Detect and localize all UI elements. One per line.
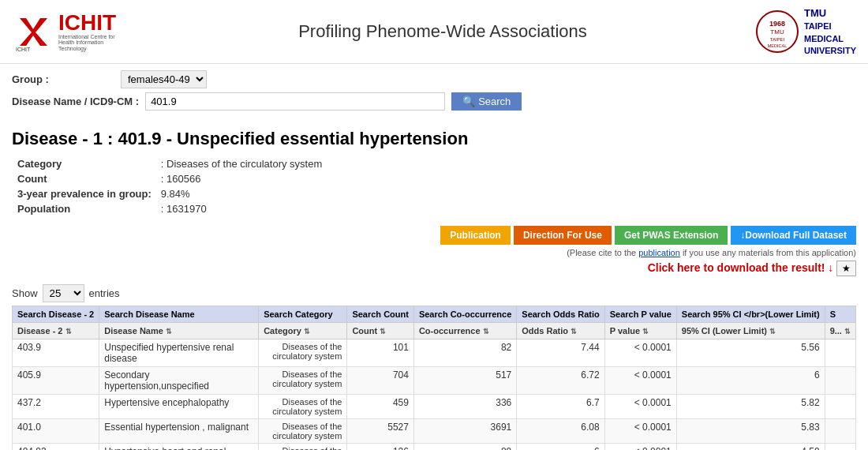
- cell-count: 5527: [347, 419, 414, 444]
- cell-cooccurrence: 517: [413, 367, 516, 395]
- cell-extra: [825, 419, 855, 444]
- action-bar: Publication Direction For Use Get PWAS E…: [0, 219, 868, 246]
- show-label: Show: [12, 287, 38, 299]
- search-cooccurrence-header[interactable]: Search Co-occurrence: [413, 306, 516, 323]
- data-table-wrapper: Search Disease - 2 Search Disease Name S…: [0, 306, 868, 450]
- entries-label: entries: [89, 287, 120, 299]
- cell-disease2: 437.2: [13, 395, 99, 419]
- category-label: Category: [13, 157, 155, 171]
- cell-cooccurrence: 3691: [413, 419, 516, 444]
- cell-pval: < 0.0001: [604, 444, 676, 450]
- svg-text:TMU: TMU: [770, 28, 784, 36]
- tmu-text: TMU TAIPEI MEDICAL UNIVERSITY: [804, 6, 856, 57]
- cell-category: Diseases of the circulatory system: [259, 444, 347, 450]
- get-pwas-button[interactable]: Get PWAS Extension: [615, 226, 728, 245]
- group-row: Group : females40-49 males40-49 females5…: [12, 70, 856, 88]
- cell-disease-name: Secondary hypertension,unspecified: [99, 367, 259, 395]
- prevalence-label: 3-year prevalence in group:: [13, 187, 155, 201]
- cell-pval: < 0.0001: [604, 367, 676, 395]
- cell-odds: 6.7: [517, 395, 604, 419]
- cell-disease2: 401.0: [13, 419, 99, 444]
- col-disease-name[interactable]: Disease Name ⇅: [99, 323, 259, 339]
- sort-icon-cat: ⇅: [304, 328, 310, 336]
- search-odds-header[interactable]: Search Odds Ratio: [517, 306, 604, 323]
- cell-count: 101: [347, 339, 414, 367]
- search-pval-header[interactable]: Search P value: [604, 306, 676, 323]
- sort-icon-name: ⇅: [166, 328, 172, 336]
- col-extra[interactable]: 9... ⇅: [825, 323, 855, 339]
- cite-text: (Please cite to the publication if you u…: [0, 246, 868, 259]
- cell-ci: 6: [676, 367, 825, 395]
- download-result-area: Click here to download the result! ↓ ★: [0, 259, 868, 278]
- cell-extra: [825, 444, 855, 450]
- cell-count: 136: [347, 444, 414, 450]
- download-button[interactable]: ↓Download Full Dataset: [731, 226, 856, 245]
- col-category[interactable]: Category ⇅: [259, 323, 347, 339]
- tmu-logo-area: 1968 TMU TAIPEI MEDICAL TMU TAIPEI MEDIC…: [756, 6, 856, 57]
- table-row: 403.9 Unspecified hypertensive renal dis…: [13, 339, 856, 367]
- cell-odds: 6.08: [517, 419, 604, 444]
- cell-disease2: 405.9: [13, 367, 99, 395]
- search-extra-header[interactable]: S: [825, 306, 855, 323]
- search-button[interactable]: 🔍 Search: [451, 92, 522, 111]
- search-ci-header[interactable]: Search 95% CI </br>(Lower Limit): [676, 306, 825, 323]
- cell-odds: 7.44: [517, 339, 604, 367]
- search-disease-name-header[interactable]: Search Disease Name: [99, 306, 259, 323]
- cell-ci: 4.59: [676, 444, 825, 450]
- group-select[interactable]: females40-49 males40-49 females50-59 mal…: [121, 70, 207, 88]
- table-row: 404.93 Hypertensive heart and renal dise…: [13, 444, 856, 450]
- cell-ci: 5.82: [676, 395, 825, 419]
- table-row: 437.2 Hypertensive encephalopathy Diseas…: [13, 395, 856, 419]
- population-label: Population: [13, 202, 155, 216]
- direction-button[interactable]: Direction For Use: [514, 226, 612, 245]
- search-button-label: Search: [478, 96, 511, 107]
- logo-subtitle: International Centre for Health Informat…: [58, 34, 129, 52]
- cell-disease-name: Unspecified hypertensive renal disease: [99, 339, 259, 367]
- star-button[interactable]: ★: [836, 261, 856, 276]
- cell-pval: < 0.0001: [604, 419, 676, 444]
- page-title: Profiling Phenome-Wide Associations: [298, 21, 587, 42]
- sort-icon-co: ⇅: [483, 328, 489, 336]
- disease-search-input[interactable]: [145, 92, 445, 111]
- results-table: Search Disease - 2 Search Disease Name S…: [12, 306, 856, 450]
- search-disease2-header[interactable]: Search Disease - 2: [13, 306, 99, 323]
- sort-icon-extra: ⇅: [844, 328, 851, 336]
- cell-category: Diseases of the circulatory system: [259, 367, 347, 395]
- col-ci[interactable]: 95% CI (Lower Limit) ⇅: [676, 323, 825, 339]
- download-result-link[interactable]: Click here to download the result! ↓: [648, 261, 834, 274]
- cell-disease-name: Hypertensive heart and renal disease , u…: [99, 444, 259, 450]
- col-cooccurrence[interactable]: Co-occurrence ⇅: [413, 323, 516, 339]
- ichit-logo-icon: ICHIT: [12, 10, 55, 54]
- entries-select[interactable]: 10 25 50 100: [43, 284, 84, 302]
- sort-icon-pval: ⇅: [642, 328, 649, 336]
- sort-icon-count: ⇅: [380, 328, 386, 336]
- col-pval[interactable]: P value ⇅: [604, 323, 676, 339]
- table-row: 405.9 Secondary hypertension,unspecified…: [13, 367, 856, 395]
- disease-heading: Disease - 1 : 401.9 - Unspecified essent…: [12, 129, 856, 149]
- search-count-header[interactable]: Search Count: [347, 306, 414, 323]
- search-header-row: Search Disease - 2 Search Disease Name S…: [13, 306, 856, 323]
- population-value: : 1631970: [157, 202, 326, 216]
- col-disease2[interactable]: Disease - 2 ⇅: [13, 323, 99, 339]
- cell-cooccurrence: 336: [413, 395, 516, 419]
- col-count[interactable]: Count ⇅: [347, 323, 414, 339]
- cell-disease2: 404.93: [13, 444, 99, 450]
- cell-count: 459: [347, 395, 414, 419]
- search-category-header[interactable]: Search Category: [259, 306, 347, 323]
- cell-extra: [825, 367, 855, 395]
- cell-disease-name: Hypertensive encephalopathy: [99, 395, 259, 419]
- cell-category: Diseases of the circulatory system: [259, 339, 347, 367]
- count-value: : 160566: [157, 172, 326, 186]
- cell-category: Diseases of the circulatory system: [259, 395, 347, 419]
- col-odds[interactable]: Odds Ratio ⇅: [517, 323, 604, 339]
- sub-header-row: Disease - 2 ⇅ Disease Name ⇅ Category ⇅ …: [13, 323, 856, 339]
- cell-pval: < 0.0001: [604, 395, 676, 419]
- publication-button[interactable]: Publication: [440, 226, 511, 245]
- publication-link[interactable]: publication: [638, 248, 680, 257]
- sort-icon-ci: ⇅: [769, 328, 776, 336]
- cell-category: Diseases of the circulatory system: [259, 419, 347, 444]
- table-body: 403.9 Unspecified hypertensive renal dis…: [13, 339, 856, 450]
- disease-title-area: Disease - 1 : 401.9 - Unspecified essent…: [0, 121, 868, 153]
- disease-label: Disease Name / ICD9-CM :: [12, 96, 139, 107]
- cell-ci: 5.56: [676, 339, 825, 367]
